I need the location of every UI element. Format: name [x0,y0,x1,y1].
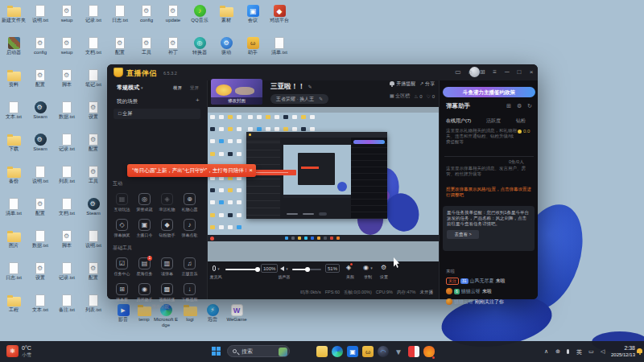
microphone-volume-slider[interactable] [225,269,258,270]
record-button[interactable]: ◉ ▾ [363,264,373,272]
room-cover-thumbnail[interactable]: 修改封面 [211,79,262,105]
feedback-icon[interactable]: ⊞ [477,68,487,77]
desktop-icon[interactable]: 说明.txt [27,164,53,184]
close-icon[interactable]: × [526,68,536,77]
tab-diamond-fans[interactable]: 钻粉 [516,117,526,125]
tab-activity[interactable]: 活跃度 [486,117,501,125]
tray-mic-icon[interactable] [567,349,569,354]
microphone-button[interactable]: ▾ [213,265,220,273]
desktop-icon[interactable]: ω助手 [240,35,266,56]
start-button[interactable] [212,347,221,356]
daily-wish-banner[interactable]: “每日心愿”上新，产出“七日守护”，主打每日陪伴！ × [127,164,256,177]
desktop-icon[interactable]: 记录.txt [54,132,80,152]
share-action[interactable]: ↗ 分享 [419,80,435,88]
view-task-button[interactable]: 去查看 > [447,230,479,239]
ime-indicator[interactable]: 英 [576,348,582,356]
tab-online-users[interactable]: 在线用户(7) [446,117,471,125]
desktop-icon[interactable]: 列表.txt [80,293,106,313]
orientation-landscape[interactable]: 横屏 [173,85,182,91]
desktop-icon[interactable]: 工具 [80,164,106,184]
popout-icon[interactable]: ⊞ [506,103,511,109]
refresh-icon[interactable]: ↻ [527,103,532,109]
desktop-icon[interactable]: 配置 [27,68,53,88]
desktop-icon[interactable]: 备份 [1,164,27,184]
speaker-button[interactable]: ▾ [280,265,288,273]
desktop-icon[interactable]: ♪QQ音乐 [187,3,213,23]
desktop-icon[interactable]: 文本.txt [27,293,53,313]
desktop-icon[interactable]: 备注.txt [54,293,80,313]
tool-房管助手[interactable]: ◉ [138,283,151,295]
taskbar-download-tool[interactable]: ▼ [393,346,404,357]
desktop-icon[interactable]: 设置 [27,261,53,281]
taskbar-security-app[interactable] [423,346,435,357]
tool-弹幕抽奖[interactable]: ◇ [116,219,128,231]
edit-title-icon[interactable]: ✎ [308,84,312,89]
add-scene-button[interactable]: + [196,97,200,104]
desktop-icon[interactable]: 素材 [213,3,239,23]
tool-星海任务[interactable]: ▤1 [138,257,151,269]
desktop-icon[interactable]: config [27,35,53,56]
scene-mode-dropdown[interactable]: 常规模式 ▾ [117,84,142,92]
edit-cover-overlay[interactable]: 修改封面 [211,97,262,105]
tool-幸运礼物[interactable]: ◈ [161,193,173,205]
desktop-icon[interactable]: 文档.txt [54,196,80,216]
desktop-icon[interactable]: 日志.txt [107,3,133,23]
desktop-icon[interactable]: 列表.txt [54,164,80,184]
edit-category-icon[interactable]: ✎ [319,97,323,101]
danmu-settings-icon[interactable]: ⚙ [517,103,522,109]
desktop-icon[interactable]: ◎转换器 [187,35,213,56]
desktop-icon[interactable]: 资料 [1,68,27,88]
desktop-icon[interactable]: 脚本 [54,228,80,249]
desktop-icon[interactable]: WWeGame [224,302,250,323]
taskbar-file-explorer[interactable] [316,346,328,357]
maximize-icon[interactable]: □ [514,68,524,77]
tool-下载视频[interactable]: ↓ [184,283,196,295]
tool-读弹幕[interactable]: ▥ [161,257,173,269]
desktop-icon[interactable]: 说明.txt [80,228,106,249]
cast-icon[interactable]: ▭ [588,348,594,355]
tool-荣誉成就[interactable]: ◎ [138,193,151,205]
taskbar-edge-browser[interactable] [332,346,343,357]
desktop-icon[interactable]: Steam [27,132,53,152]
desktop-icon[interactable]: 配置 [107,35,133,56]
notification-bell-icon[interactable] [637,348,642,353]
signing-policy-banner[interactable]: 斗鱼潜力主播签约政策 [443,87,535,97]
tray-expand-icon[interactable]: ∧ [544,348,548,355]
category-pill[interactable]: 王者荣耀 · 换人王 ✎ [270,94,328,104]
taskbar-browser-app[interactable]: ◠ [378,346,389,357]
desktop-icon[interactable]: 设置 [80,100,106,120]
desktop-icon[interactable]: 笔记.txt [80,68,106,88]
taskbar-app-store[interactable]: ▣ [347,346,358,357]
tool-弹幕点歌[interactable]: ♪ [184,219,196,231]
desktop-icon[interactable]: 新建文件夹 [1,3,27,23]
taskbar-search[interactable]: 搜索 [227,345,290,357]
desktop-icon[interactable]: 配置 [80,261,106,281]
banner-close-icon[interactable]: × [249,164,253,177]
desktop-icon[interactable]: update [160,3,186,23]
desktop-icon[interactable]: ⚙驱动 [213,35,239,56]
tool-主播口令[interactable]: ▣ [138,219,151,231]
tool-互动玩法[interactable]: ▦ [116,193,128,205]
desktop-icon[interactable]: 补丁 [160,35,186,56]
desktop-icon[interactable]: 清单.txt [266,35,292,56]
minimize-icon[interactable]: ─ [502,68,512,77]
desktop-icon[interactable]: 数据.txt [27,228,53,249]
network-icon[interactable]: ⊕ [555,348,560,355]
app-titlebar[interactable]: 直播伴侣 6.5.3.2 ▭∩⊞≡─□× [107,64,538,80]
desktop-icon[interactable]: 下载 [1,132,27,152]
desktop-icon[interactable]: Steam [80,196,106,216]
desktop-icon[interactable]: ◆对战平台 [266,3,292,23]
scene-item-fullscreen[interactable]: □ 全屏 [114,109,200,119]
service-icon[interactable]: ∩ [465,68,475,77]
desktop-icon[interactable]: 工程 [1,293,27,313]
beauty-button[interactable]: ◈ [346,264,351,272]
desktop-icon[interactable]: 说明.txt [27,3,53,23]
desktop-icon[interactable]: setup [54,3,80,23]
desktop-icon[interactable]: Steam [27,100,53,120]
orientation-portrait[interactable]: 竖屏 [190,85,199,91]
desktop-icon[interactable]: 清单.txt [1,196,27,216]
rank-stat[interactable]: ▦ 全区榜 [390,93,410,100]
taskbar-game-platform[interactable] [408,346,419,357]
desktop-icon[interactable]: 文本.txt [1,100,27,120]
weather-icon[interactable]: ❄ [6,345,19,357]
